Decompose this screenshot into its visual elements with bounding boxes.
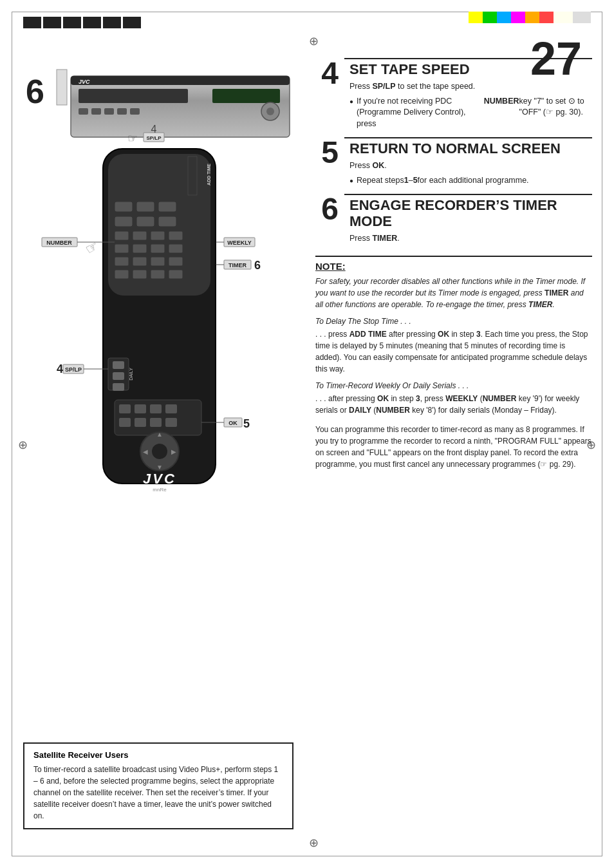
- svg-text:NUMBER: NUMBER: [46, 240, 72, 246]
- svg-rect-42: [169, 257, 183, 266]
- illustration-area: 6 TIMER JVC SP/LP 4: [19, 57, 308, 518]
- note-extra-text: You can programme this recorder to timer…: [315, 424, 592, 470]
- svg-rect-39: [115, 257, 129, 266]
- svg-text:SP/LP: SP/LP: [146, 135, 162, 141]
- svg-point-61: [152, 444, 167, 459]
- note-main-text: For safety, your recorder disables all o…: [315, 276, 592, 310]
- svg-rect-12: [130, 108, 140, 115]
- svg-rect-7: [212, 89, 280, 103]
- step-5-content: RETURN TO NORMAL SCREEN Press OK. Repeat…: [344, 137, 592, 186]
- step-6-body: Press TIMER.: [349, 233, 592, 245]
- right-column: 4 SET TAPE SPEED Press SP/LP to set the …: [315, 58, 592, 470]
- svg-text:OK: OK: [228, 420, 237, 426]
- svg-text:4: 4: [57, 363, 63, 375]
- step-6-instruction: Press TIMER.: [349, 234, 400, 243]
- svg-rect-43: [115, 270, 129, 279]
- svg-rect-11: [117, 108, 127, 115]
- svg-rect-9: [91, 108, 101, 115]
- svg-rect-6: [79, 89, 188, 103]
- svg-rect-41: [151, 257, 165, 266]
- svg-text:JVC: JVC: [79, 79, 90, 85]
- step-4-instruction: Press SP/LP to set the tape speed.: [349, 82, 475, 91]
- svg-rect-38: [169, 244, 183, 253]
- note-subsection-2-body: . . . after pressing OK in step 3, press…: [315, 393, 592, 416]
- svg-rect-45: [151, 270, 165, 279]
- svg-rect-26: [136, 202, 154, 212]
- crosshair-bottom: ⊕: [309, 836, 319, 850]
- svg-rect-58: [150, 418, 162, 427]
- step-4-bullet: If you're not receiving PDC (Programme D…: [349, 96, 592, 130]
- svg-rect-21: [188, 156, 197, 195]
- svg-rect-36: [133, 244, 147, 253]
- svg-rect-10: [104, 108, 114, 115]
- svg-rect-28: [115, 216, 133, 227]
- svg-rect-4: [71, 76, 290, 85]
- vcr-illustration: 6 TIMER JVC SP/LP 4: [19, 57, 302, 153]
- svg-rect-3: [71, 76, 290, 137]
- step-4-block: 4 SET TAPE SPEED Press SP/LP to set the …: [315, 58, 592, 129]
- step-5-instruction: Press OK.: [349, 161, 387, 170]
- svg-rect-31: [115, 231, 129, 240]
- svg-rect-48: [113, 361, 124, 369]
- svg-text:DAILY: DAILY: [129, 368, 133, 381]
- svg-rect-1: [57, 70, 67, 105]
- svg-text:▼: ▼: [156, 464, 163, 471]
- svg-rect-40: [133, 257, 147, 266]
- note-extra: You can programme this recorder to timer…: [315, 424, 592, 470]
- color-blocks: [469, 12, 591, 23]
- svg-text:▶: ▶: [171, 448, 176, 455]
- step-5-bullet: Repeat steps 1 – 5 for each additional p…: [349, 175, 592, 187]
- svg-rect-27: [158, 202, 176, 212]
- svg-text:◀: ◀: [143, 448, 148, 455]
- svg-rect-57: [135, 418, 146, 427]
- note-subsection-1-title: To Delay The Stop Time . . .: [315, 317, 592, 326]
- step-4-number: 4: [315, 58, 344, 89]
- remote-illustration: ADD TIME DAILY: [19, 142, 302, 516]
- svg-text:5: 5: [243, 417, 250, 430]
- svg-text:☞: ☞: [82, 238, 102, 258]
- svg-rect-49: [113, 372, 124, 380]
- svg-rect-34: [169, 231, 183, 240]
- step-6-block: 6 ENGAGE RECORDER’S TIMER MODE Press TIM…: [315, 194, 592, 244]
- svg-rect-53: [135, 404, 146, 413]
- svg-rect-52: [119, 404, 131, 413]
- svg-rect-59: [165, 418, 177, 427]
- svg-point-14: [266, 108, 274, 115]
- svg-rect-25: [115, 202, 133, 212]
- svg-text:SP/LP: SP/LP: [65, 366, 82, 373]
- svg-text:WEEKLY: WEEKLY: [227, 240, 252, 246]
- step-5-block: 5 RETURN TO NORMAL SCREEN Press OK. Repe…: [315, 137, 592, 186]
- svg-rect-35: [115, 244, 129, 253]
- step-4-content: SET TAPE SPEED Press SP/LP to set the ta…: [344, 58, 592, 129]
- svg-rect-44: [133, 270, 147, 279]
- svg-text:mnRe: mnRe: [153, 487, 167, 493]
- svg-rect-50: [113, 383, 124, 391]
- note-subsection-1: To Delay The Stop Time . . . . . . press…: [315, 317, 592, 375]
- crosshair-top: ⊕: [309, 34, 319, 48]
- svg-rect-33: [151, 231, 165, 240]
- svg-text:4: 4: [151, 124, 157, 135]
- top-bar: [0, 0, 614, 33]
- black-blocks: [23, 17, 141, 28]
- step-4-body: Press SP/LP to set the tape speed. If yo…: [349, 81, 592, 129]
- svg-rect-8: [79, 108, 88, 115]
- svg-rect-37: [151, 244, 165, 253]
- svg-text:JVC: JVC: [143, 471, 176, 487]
- note-section: NOTE: For safety, your recorder disables…: [315, 256, 592, 470]
- svg-rect-55: [165, 404, 177, 413]
- step-6-title: ENGAGE RECORDER’S TIMER MODE: [349, 198, 592, 229]
- note-title: NOTE:: [315, 261, 592, 272]
- step-5-title: RETURN TO NORMAL SCREEN: [349, 141, 592, 156]
- svg-text:ADD TIME: ADD TIME: [207, 164, 211, 185]
- svg-rect-56: [119, 418, 131, 427]
- step-5-body: Press OK. Repeat steps 1 – 5 for each ad…: [349, 160, 592, 186]
- satellite-box-body: To timer-record a satellite broadcast us…: [33, 764, 283, 822]
- svg-rect-32: [133, 231, 147, 240]
- step-6-number: 6: [315, 194, 344, 225]
- note-subsection-2-title: To Timer-Record Weekly Or Daily Serials …: [315, 381, 592, 390]
- step-6-content: ENGAGE RECORDER’S TIMER MODE Press TIMER…: [344, 194, 592, 244]
- satellite-box: Satellite Receiver Users To timer-record…: [23, 742, 293, 829]
- svg-rect-46: [169, 270, 183, 279]
- satellite-box-title: Satellite Receiver Users: [33, 750, 283, 760]
- svg-text:▲: ▲: [156, 431, 163, 438]
